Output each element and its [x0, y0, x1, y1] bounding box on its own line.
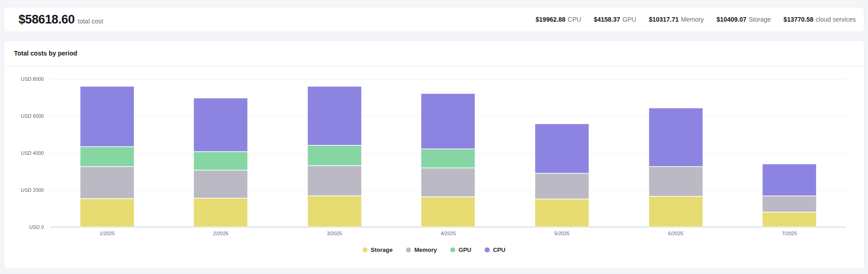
stat-label: Storage: [749, 16, 771, 23]
chart-legend: StorageMemoryGPUCPU: [4, 246, 864, 253]
summary-stat: $10317.71Memory: [649, 16, 704, 23]
bar-segment-memory: [421, 168, 475, 197]
legend-item-memory[interactable]: Memory: [406, 246, 437, 253]
legend-label: Memory: [414, 246, 437, 253]
chart-title: Total costs by period: [14, 50, 77, 57]
summary-stat: $19962.88CPU: [536, 16, 581, 23]
legend-dot-icon: [363, 247, 368, 252]
bar-slot: [164, 79, 278, 227]
stat-value: $10317.71: [649, 16, 679, 23]
legend-item-storage[interactable]: Storage: [363, 246, 392, 253]
bar-slot: [278, 79, 392, 227]
x-axis-label: 4/2025: [441, 231, 456, 236]
legend-dot-icon: [450, 247, 455, 252]
y-axis-label: USD 8000: [4, 76, 44, 82]
y-axis-label: USD 4000: [4, 150, 44, 156]
stacked-bar: [762, 79, 816, 227]
x-axis-label: 3/2025: [327, 231, 342, 236]
y-axis-label: USD 0: [4, 224, 44, 230]
stacked-bar: [193, 79, 248, 227]
y-axis-label: USD 6000: [4, 113, 44, 119]
x-axis-label: 5/2025: [554, 231, 570, 236]
bar-segment-memory: [762, 196, 816, 212]
bar-segment-storage: [421, 197, 475, 227]
x-axis-label: 1/2025: [99, 231, 115, 236]
bar-slot: [50, 79, 164, 227]
bar-segment-storage: [307, 196, 362, 227]
bar-segment-cpu: [421, 93, 475, 149]
x-axis-label: 6/2025: [668, 231, 684, 236]
bar-segment-gpu: [421, 149, 475, 168]
bar-segment-memory: [80, 167, 134, 199]
bar-segment-memory: [193, 170, 248, 198]
legend-item-cpu[interactable]: CPU: [485, 246, 505, 253]
legend-dot-icon: [406, 247, 411, 252]
bar-segment-cpu: [762, 164, 816, 196]
summary-stat: $4158.37GPU: [594, 16, 636, 23]
legend-label: Storage: [371, 246, 392, 253]
cost-summary-bar: $58618.60 total cost $19962.88CPU$4158.3…: [4, 7, 864, 32]
bar-segment-gpu: [307, 145, 362, 166]
bar-segment-storage: [535, 199, 589, 227]
bar-segment-memory: [535, 173, 589, 199]
stacked-bar: [80, 79, 134, 227]
stacked-bar: [421, 79, 475, 227]
stat-label: cloud services: [816, 16, 856, 23]
legend-item-gpu[interactable]: GPU: [450, 246, 471, 253]
stacked-bar: [649, 79, 703, 227]
stat-value: $19962.88: [536, 16, 566, 23]
bar-slot: [392, 79, 505, 227]
bar-segment-storage: [649, 196, 703, 227]
bar-segment-gpu: [80, 147, 134, 166]
stat-label: GPU: [623, 16, 636, 23]
bar-segment-storage: [193, 198, 248, 227]
x-axis-label: 7/2025: [782, 231, 797, 236]
legend-label: CPU: [493, 246, 505, 253]
bar-segment-cpu: [307, 86, 362, 145]
bar-slot: [619, 79, 733, 227]
cost-breakdown-stats: $19962.88CPU$4158.37GPU$10317.71Memory$1…: [536, 16, 856, 23]
bar-segment-memory: [307, 166, 362, 196]
stat-value: $13770.58: [783, 16, 813, 23]
legend-label: GPU: [458, 246, 471, 253]
bar-segment-cpu: [649, 108, 703, 167]
chart-body: 1/20252/20253/20254/20255/20256/20257/20…: [4, 66, 864, 269]
stat-label: Memory: [681, 16, 704, 23]
bar-segment-cpu: [535, 124, 589, 173]
bar-segment-gpu: [193, 152, 248, 170]
x-axis-label: 2/2025: [213, 231, 229, 236]
chart-panel-header: Total costs by period: [4, 41, 864, 66]
bar-segment-memory: [649, 167, 703, 196]
y-axis-label: USD 2000: [4, 187, 44, 193]
summary-stat: $10409.07Storage: [717, 16, 771, 23]
bar-segment-storage: [762, 212, 816, 227]
total-cost-group: $58618.60 total cost: [19, 13, 103, 27]
stacked-bar: [535, 79, 589, 227]
stat-label: CPU: [568, 16, 581, 23]
bar-segment-cpu: [193, 98, 248, 152]
stat-value: $4158.37: [594, 16, 620, 23]
bar-segment-storage: [80, 199, 134, 227]
page: $58618.60 total cost $19962.88CPU$4158.3…: [0, 0, 868, 269]
stacked-bar: [307, 79, 362, 227]
plot-area: 1/20252/20253/20254/20255/20256/20257/20…: [50, 79, 846, 227]
bar-segment-cpu: [80, 86, 134, 147]
stat-value: $10409.07: [717, 16, 746, 23]
chart-panel: Total costs by period 1/20252/20253/2025…: [4, 40, 864, 269]
legend-dot-icon: [485, 247, 490, 252]
summary-stat: $13770.58cloud services: [783, 16, 856, 23]
bar-slot: [732, 79, 846, 227]
total-cost-label: total cost: [78, 18, 103, 25]
bar-slot: [505, 79, 619, 227]
total-cost-value: $58618.60: [19, 13, 75, 27]
